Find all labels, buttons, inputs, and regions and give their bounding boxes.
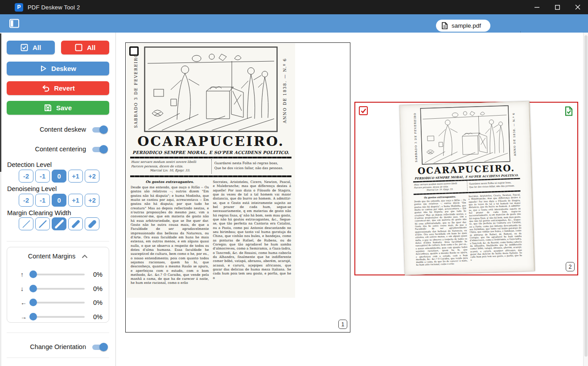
- margin-bottom-slider[interactable]: [29, 288, 85, 290]
- epigraph-line: Hunc servare modum nostri novere libelli: [131, 160, 209, 165]
- change-orientation-row: Change Orientation: [0, 341, 108, 352]
- detection-level-label: Detection Level: [7, 161, 52, 168]
- epigraph-line: Guardarei nesta Folha só regras boas,: [214, 161, 291, 166]
- page-2-checkbox[interactable]: [359, 106, 368, 115]
- app-window: P PDF Deskew Tool 2: [0, 0, 588, 366]
- slider-thumb[interactable]: [29, 313, 37, 320]
- close-button[interactable]: [567, 0, 588, 14]
- arrow-up-icon: ↑: [21, 271, 29, 278]
- content-centering-label: Content centering: [35, 146, 86, 153]
- margin-width-option-5[interactable]: [85, 217, 99, 230]
- margin-width-option-4[interactable]: [68, 217, 83, 230]
- revert-button[interactable]: Revert: [7, 81, 109, 95]
- save-icon: [44, 104, 52, 112]
- line-icon: [38, 219, 48, 229]
- processed-file-check-icon: [565, 106, 573, 116]
- denoise-level-group: -2 -1 0 +1 +2: [19, 194, 99, 207]
- sidebar-toggle-button[interactable]: [9, 19, 20, 28]
- deskew-button[interactable]: Deskew: [7, 62, 109, 75]
- margin-right-slider-row: → 0%: [7, 312, 109, 321]
- denoise-level-label: Denoiseing Level: [7, 185, 57, 192]
- engraving-illustration: [420, 105, 510, 165]
- epigraph-line: Marcial Liv. 10, Epigr. 33.: [131, 169, 209, 173]
- rule-bar: [130, 175, 292, 177]
- page-1-frame[interactable]: SABBADO 3 DE FEVEREIRO ANNO DE 1838. — N…: [125, 42, 350, 333]
- sidebar-scrollbar[interactable]: [0, 33, 1, 366]
- open-file-chip[interactable]: sample.pdf: [436, 20, 490, 32]
- arrow-right-icon: →: [21, 313, 29, 320]
- margin-top-slider[interactable]: [29, 274, 85, 275]
- divider: [7, 358, 109, 358]
- select-all-button[interactable]: All: [7, 41, 55, 54]
- deskew-label: Deskew: [51, 65, 76, 72]
- divider: [7, 333, 109, 333]
- newspaper-subtitle: PERIODICO SEMPRE MORAL, E SO'PER ACCIDEN…: [127, 150, 295, 155]
- margin-right-value: 0%: [89, 313, 103, 320]
- page-2-scan-paper: SABBADO 3 DE FEVEREIRO ANNO DE 1838. — N…: [399, 101, 535, 275]
- margin-left-slider-row: ← 0%: [7, 298, 109, 307]
- slider-thumb[interactable]: [29, 285, 37, 292]
- slider-thumb[interactable]: [29, 270, 37, 278]
- margin-bottom-slider-row: ↓ 0%: [7, 284, 109, 293]
- margin-width-option-2[interactable]: [35, 217, 50, 230]
- content-centering-toggle[interactable]: [91, 145, 108, 154]
- deselect-all-label: All: [87, 44, 95, 51]
- article-text-left: Desde que me entendo, que ouço o Rifão -…: [414, 199, 468, 266]
- detection-level-plus1[interactable]: +1: [68, 170, 83, 183]
- margin-width-option-1[interactable]: [19, 217, 33, 230]
- margin-width-option-3[interactable]: [52, 217, 66, 230]
- toolbar: sample.pdf ?: [0, 14, 588, 33]
- detection-level-zero[interactable]: 0: [52, 170, 66, 183]
- revert-label: Revert: [54, 84, 75, 92]
- newspaper-issue-text: ANNO DE 1838. — N.º 6: [512, 104, 517, 164]
- sidebar: All All Deskew Revert: [0, 33, 116, 366]
- newspaper-columns: Os gostos extravagantes. Desde que me en…: [414, 193, 523, 273]
- margin-clearing-label: Margin Clearing Width: [7, 209, 71, 216]
- denoise-level-zero[interactable]: 0: [52, 194, 66, 207]
- content-deskew-label: Content deskew: [40, 126, 86, 133]
- margin-right-slider[interactable]: [29, 316, 85, 318]
- denoise-level-minus1[interactable]: -1: [35, 194, 50, 207]
- denoise-level-plus2[interactable]: +2: [85, 194, 99, 207]
- detection-level-plus2[interactable]: +2: [85, 170, 99, 183]
- newspaper-date-text: SABBADO 3 DE FEVEREIRO: [413, 108, 419, 167]
- page-1-checkbox[interactable]: [129, 46, 139, 56]
- slider-thumb[interactable]: [29, 299, 37, 306]
- article-text-right: Socrates, Aristoteles, Cicero, Newton, P…: [213, 180, 292, 295]
- margin-top-value: 0%: [89, 271, 103, 278]
- epigraph-line: Parcere personis, dicere de vitiis.: [131, 165, 209, 169]
- undo-arrow-icon: [41, 85, 49, 92]
- file-name: sample.pdf: [452, 22, 481, 29]
- rule-bar: [130, 157, 292, 158]
- thin-line-icon: [21, 219, 31, 229]
- content-centering-row: Content centering: [0, 144, 108, 154]
- arrow-left-icon: ←: [21, 299, 29, 306]
- main-scrollbar[interactable]: [583, 33, 588, 366]
- newspaper-columns: Os gostos extravagantes. Desde que me en…: [131, 180, 291, 295]
- detection-level-minus1[interactable]: -1: [35, 170, 50, 183]
- detection-level-minus2[interactable]: -2: [19, 170, 33, 183]
- app-logo-icon: P: [15, 3, 23, 12]
- denoise-level-minus2[interactable]: -2: [19, 194, 33, 207]
- save-button[interactable]: Save: [7, 101, 109, 115]
- deselect-all-button[interactable]: All: [61, 41, 109, 54]
- change-orientation-label: Change Orientation: [30, 343, 86, 350]
- document-icon: [441, 22, 448, 29]
- page-2-frame[interactable]: SABBADO 3 DE FEVEREIRO ANNO DE 1838. — N…: [354, 102, 578, 275]
- window-title: PDF Deskew Tool 2: [28, 4, 80, 11]
- content-deskew-toggle[interactable]: [91, 125, 108, 134]
- select-all-label: All: [33, 44, 41, 51]
- margin-left-slider[interactable]: [29, 302, 85, 304]
- thick-line-icon: [71, 219, 81, 229]
- epigraph-line: Que he dos vicios fallar, não das pessoa…: [214, 166, 291, 171]
- article-heading: Os gostos extravagantes.: [131, 180, 209, 184]
- pages-panel: SABBADO 3 DE FEVEREIRO ANNO DE 1838. — N…: [116, 33, 588, 366]
- content-margins-card: Content Margins ↑ 0% ↓ 0% ← 0% → 0%: [7, 247, 109, 323]
- minimize-button[interactable]: [526, 0, 547, 14]
- change-orientation-toggle[interactable]: [91, 342, 108, 352]
- title-bar: P PDF Deskew Tool 2: [0, 0, 588, 14]
- margin-left-value: 0%: [89, 299, 103, 306]
- chevron-up-icon[interactable]: [82, 254, 88, 258]
- denoise-level-plus1[interactable]: +1: [68, 194, 83, 207]
- maximize-button[interactable]: [547, 0, 567, 14]
